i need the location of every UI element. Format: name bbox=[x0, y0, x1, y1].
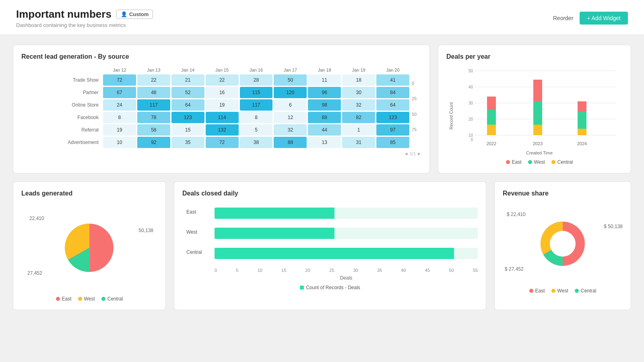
heatmap-cell: 114 bbox=[206, 112, 239, 123]
page-title-row: Important numbers 👤 Custom bbox=[16, 8, 153, 21]
heatmap-col-header: Jan 15 bbox=[206, 67, 239, 73]
lead-generation-card: Recent lead generation - By source Jan 1… bbox=[13, 45, 430, 173]
revenue-label-west: $ 27,452 bbox=[505, 266, 524, 272]
deals-year-legend: East West Central bbox=[456, 159, 623, 165]
heatmap-cell: 72 bbox=[206, 137, 239, 148]
deals-year-x-label: Created Time bbox=[456, 150, 623, 155]
heatmap-cell: 96 bbox=[308, 87, 341, 98]
deals-per-year-card: Deals per year Record Count 50 40 30 bbox=[438, 45, 631, 173]
leads-west-dot bbox=[78, 297, 82, 301]
heatmap-cell: 24 bbox=[103, 99, 136, 111]
heatmap-col-header: Jan 13 bbox=[137, 67, 170, 73]
bar-2024-east bbox=[578, 101, 586, 112]
leads-legend-east: East bbox=[56, 296, 72, 302]
leads-east-dot bbox=[56, 297, 60, 301]
heatmap-cell: 32 bbox=[342, 99, 375, 111]
page-title: Important numbers bbox=[16, 8, 111, 21]
revenue-west-label: West bbox=[557, 288, 568, 294]
heatmap-cell: 16 bbox=[206, 87, 239, 98]
hbar-central-fill bbox=[215, 248, 454, 259]
revenue-legend-central: Central bbox=[575, 288, 597, 294]
heatmap-cell: 22 bbox=[137, 74, 170, 86]
heatmap-cell: 44 bbox=[308, 124, 341, 136]
revenue-west-dot bbox=[551, 289, 555, 293]
legend-west: West bbox=[528, 159, 545, 165]
bar-2022-east bbox=[487, 97, 496, 109]
revenue-pie-svg bbox=[535, 216, 591, 272]
heatmap-row-label: Trade Show bbox=[62, 74, 102, 86]
heatmap-cell: 12 bbox=[274, 112, 307, 123]
heatmap-row-label: Facebook bbox=[62, 112, 102, 123]
dashboard: Recent lead generation - By source Jan 1… bbox=[0, 35, 644, 328]
heatmap-col-header: Jan 14 bbox=[171, 67, 204, 73]
heatmap-grid: Jan 12Jan 13Jan 14Jan 15Jan 16Jan 17Jan … bbox=[62, 67, 409, 148]
heatmap-cell: 10 bbox=[103, 137, 136, 148]
reorder-button[interactable]: Reorder bbox=[553, 15, 574, 21]
bar-2024-west bbox=[578, 112, 586, 129]
revenue-label-central: $ 22,410 bbox=[507, 212, 526, 217]
heatmap-cell: 15 bbox=[171, 124, 204, 136]
heatmap-cell: 117 bbox=[137, 99, 170, 111]
header-right: Reorder + Add Widget bbox=[553, 12, 628, 25]
page-subtitle: Dashboard containing the key business me… bbox=[16, 22, 153, 28]
heatmap-cell: 115 bbox=[240, 87, 273, 98]
heatmap-cell: 132 bbox=[206, 124, 239, 136]
custom-badge[interactable]: 👤 Custom bbox=[116, 10, 153, 19]
heatmap-row-label: Referral bbox=[62, 124, 102, 136]
heatmap-cell: 64 bbox=[171, 99, 204, 111]
leads-pie-area: 22,410 50,138 27,452 bbox=[21, 204, 157, 292]
east-dot bbox=[506, 160, 510, 164]
heatmap-scale: 0 25 50 75 bbox=[409, 67, 421, 148]
svg-text:2022: 2022 bbox=[487, 141, 496, 146]
pie-label-west: 27,452 bbox=[27, 270, 42, 276]
heatmap-cell: 123 bbox=[376, 112, 409, 123]
hbar-central: Central bbox=[215, 248, 478, 259]
leads-legend-west: West bbox=[78, 296, 95, 302]
heatmap-row-label: Advertisement bbox=[62, 137, 102, 148]
heatmap-cell: 82 bbox=[342, 112, 375, 123]
svg-text:2024: 2024 bbox=[577, 141, 587, 146]
bottom-row: Leads generated 22,410 50,138 27,452 bbox=[13, 181, 631, 310]
heatmap-cell: 97 bbox=[376, 124, 409, 136]
y-axis-label: Record Count bbox=[446, 67, 456, 165]
hbar-west: West bbox=[215, 228, 478, 239]
hbar-east-fill bbox=[215, 208, 334, 219]
add-widget-button[interactable]: + Add Widget bbox=[580, 12, 628, 25]
bar-2023-east bbox=[533, 80, 542, 101]
bar-2023-west bbox=[533, 101, 542, 125]
svg-text:50: 50 bbox=[469, 69, 473, 73]
revenue-central-dot bbox=[575, 289, 579, 293]
pie-label-east: 50,138 bbox=[138, 228, 153, 233]
heatmap-cell: 41 bbox=[376, 74, 409, 86]
revenue-legend: East West Central bbox=[503, 288, 623, 294]
heatmap-col-header: Jan 20 bbox=[376, 67, 409, 73]
deals-year-svg-container: 50 40 30 20 10 0 bbox=[456, 67, 623, 165]
leads-legend-central: Central bbox=[101, 296, 123, 302]
heatmap-cell: 88 bbox=[274, 137, 307, 148]
deals-year-title: Deals per year bbox=[446, 53, 623, 60]
pie-label-central: 22,410 bbox=[29, 216, 44, 221]
heatmap-cell: 58 bbox=[137, 124, 170, 136]
deals-daily-legend: Count of Records - Deals bbox=[182, 285, 478, 290]
legend-west-label: West bbox=[534, 159, 545, 165]
svg-text:40: 40 bbox=[469, 85, 473, 89]
heatmap-cell: 123 bbox=[171, 112, 204, 123]
leads-central-label: Central bbox=[107, 296, 123, 302]
heatmap-row-label: Online Store bbox=[62, 99, 102, 111]
heatmap-cell: 31 bbox=[342, 137, 375, 148]
heatmap-cell: 5 bbox=[240, 124, 273, 136]
svg-text:20: 20 bbox=[469, 117, 473, 121]
heatmap-cell: 28 bbox=[240, 74, 273, 86]
hbar-east: East bbox=[215, 208, 478, 219]
revenue-legend-west: West bbox=[551, 288, 568, 294]
heatmap-cell: 19 bbox=[103, 124, 136, 136]
bar-2024-central bbox=[578, 129, 586, 135]
hbar-central-track bbox=[215, 248, 478, 259]
hbar-west-fill bbox=[215, 228, 334, 239]
heatmap-cell: 64 bbox=[376, 99, 409, 111]
svg-point-16 bbox=[550, 231, 576, 257]
revenue-east-dot bbox=[529, 289, 533, 293]
heatmap-cell: 88 bbox=[308, 112, 341, 123]
svg-text:30: 30 bbox=[469, 101, 473, 105]
west-dot bbox=[528, 160, 532, 164]
